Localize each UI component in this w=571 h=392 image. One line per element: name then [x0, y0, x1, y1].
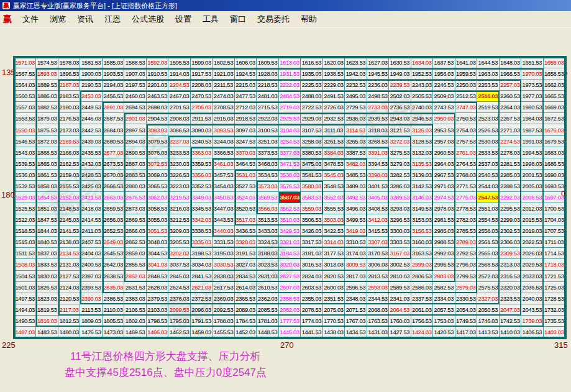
grid-cell-4-14: 2726.03 [323, 102, 345, 113]
grid-cell-7-8: 3240.53 [191, 136, 212, 147]
menu-item-browse[interactable]: 浏览 [44, 12, 71, 26]
grid-cell-20-0: 1501.03 [14, 282, 36, 293]
grid-cell-23-5: 1802.03 [124, 316, 146, 327]
grid-cell-13-17: 3293.03 [389, 203, 411, 214]
grid-cell-12-7: 3219.53 [168, 192, 190, 203]
menu-item-formula-stock-pick[interactable]: 公式选股 [126, 12, 170, 26]
grid-cell-7-12: 3254.53 [279, 136, 301, 147]
grid-cell-1-18: 1952.53 [411, 68, 433, 80]
grid-cell-3-23: 1977.03 [521, 91, 543, 102]
grid-cell-2-8: 2208.03 [191, 80, 212, 91]
grid-cell-6-20: 2754.03 [455, 124, 477, 135]
grid-cell-21-3: 2390.03 [80, 293, 102, 304]
grid-cell-7-13: 3258.03 [301, 136, 322, 147]
grid-cell-9-8: 3359.53 [191, 158, 212, 170]
grid-cell-19-8: 2841.53 [191, 271, 212, 282]
grid-cell-3-18: 2505.53 [411, 91, 433, 102]
grid-cell-5-24: 1672.53 [544, 113, 565, 124]
grid-cell-12-4: 2663.03 [103, 192, 124, 203]
menu-item-tools[interactable]: 工具 [197, 12, 224, 26]
grid-cell-17-20: 2792.53 [455, 248, 477, 259]
grid-cell-2-15: 2232.53 [345, 80, 367, 91]
grid-cell-6-19: 2953.53 [433, 124, 455, 135]
grid-cell-23-18: 1756.53 [411, 316, 433, 327]
menu-item-window[interactable]: 窗口 [224, 12, 252, 26]
grid-cell-3-24: 1665.53 [544, 91, 565, 102]
grid-cell-3-13: 2488.03 [301, 91, 322, 102]
grid-cell-16-20: 2789.03 [455, 237, 477, 248]
grid-cell-13-14: 3555.53 [323, 203, 345, 214]
grid-cell-14-3: 2414.53 [80, 214, 102, 226]
grid-cell-16-3: 2407.53 [80, 237, 102, 248]
grid-cell-20-6: 2628.03 [147, 282, 168, 293]
grid-cell-22-5: 2106.53 [124, 304, 146, 316]
grid-cell-20-21: 2575.53 [477, 282, 499, 293]
grid-cell-5-8: 2911.53 [191, 113, 212, 124]
grid-cell-20-2: 2124.03 [58, 282, 80, 293]
grid-cell-10-24: 1690.03 [544, 170, 565, 181]
grid-cell-2-19: 2246.53 [433, 80, 455, 91]
grid-cell-3-19: 2509.03 [433, 91, 455, 102]
grid-cell-0-13: 1616.53 [301, 57, 322, 68]
grid-cell-8-0: 1543.03 [14, 147, 36, 158]
grid-cell-2-3: 2190.53 [80, 80, 102, 91]
grid-cell-18-20: 2796.03 [455, 259, 477, 270]
grid-cell-16-1: 1840.53 [36, 237, 58, 248]
grid-cell-3-7: 2467.03 [168, 91, 190, 102]
menu-item-gann[interactable]: 江恩 [99, 12, 126, 26]
grid-cell-1-4: 1903.53 [103, 68, 124, 80]
grid-cell-14-12: 3510.03 [279, 214, 301, 226]
grid-cell-21-7: 2376.03 [168, 293, 190, 304]
grid-cell-2-24: 1662.03 [544, 80, 565, 91]
grid-cell-19-2: 2127.53 [58, 271, 80, 282]
grid-cell-15-13: 3426.03 [301, 226, 322, 237]
grid-cell-14-21: 2554.53 [477, 214, 499, 226]
menu-item-news[interactable]: 资讯 [71, 12, 99, 26]
grid-cell-0-3: 1581.53 [80, 57, 102, 68]
grid-cell-24-18: 1424.03 [411, 327, 433, 338]
grid-cell-22-16: 2068.03 [367, 304, 389, 316]
grid-cell-6-10: 3097.03 [235, 124, 257, 135]
grid-cell-16-0: 1515.03 [14, 237, 36, 248]
menu-item-file[interactable]: 文件 [17, 12, 44, 26]
grid-cell-3-20: 2512.53 [455, 91, 477, 102]
grid-cell-14-20: 2782.03 [455, 214, 477, 226]
grid-cell-17-23: 2026.03 [521, 248, 543, 259]
grid-cell-23-8: 1791.53 [191, 316, 212, 327]
menu-item-help[interactable]: 帮助 [295, 12, 322, 26]
grid-cell-17-7: 3202.03 [168, 248, 190, 259]
grid-cell-6-1: 1875.53 [36, 124, 58, 135]
grid-cell-3-5: 2460.03 [124, 91, 146, 102]
grid-cell-13-23: 2012.03 [521, 203, 543, 214]
grid-cell-19-19: 2803.03 [433, 271, 455, 282]
grid-cell-14-7: 3212.53 [168, 214, 190, 226]
grid-cell-6-18: 3125.03 [411, 124, 433, 135]
grid-cell-9-11: 3468.03 [257, 158, 278, 170]
menu-item-settings[interactable]: 设置 [170, 12, 197, 26]
grid-cell-15-22: 2302.53 [500, 226, 521, 237]
grid-cell-1-0: 1567.53 [14, 68, 36, 80]
grid-cell-22-9: 2092.53 [212, 304, 234, 316]
grid-cell-20-11: 2610.53 [257, 282, 278, 293]
grid-cell-10-7: 3226.53 [168, 170, 190, 181]
grid-cell-23-2: 1812.53 [58, 316, 80, 327]
grid-cell-14-10: 3517.03 [235, 214, 257, 226]
grid-cell-14-2: 2145.03 [58, 214, 80, 226]
grid-cell-11-22: 2288.53 [500, 181, 521, 192]
menu-item-trade-entrust[interactable]: 交易委托 [252, 12, 295, 26]
grid-cell-14-24: 1704.03 [544, 214, 565, 226]
grid-cell-22-10: 2089.03 [235, 304, 257, 316]
grid-cell-19-4: 2638.53 [103, 271, 124, 282]
grid-cell-7-22: 2274.53 [500, 136, 521, 147]
grid-cell-12-9: 3450.53 [212, 192, 234, 203]
grid-cell-15-6: 3051.53 [147, 226, 168, 237]
grid-cell-11-17: 3286.03 [389, 181, 411, 192]
grid-cell-16-21: 2561.53 [477, 237, 499, 248]
grid-cell-19-14: 2820.53 [323, 271, 345, 282]
grid-cell-7-7: 3237.03 [168, 136, 190, 147]
grid-cell-8-15: 3387.53 [345, 147, 367, 158]
grid-cell-20-5: 2631.53 [124, 282, 146, 293]
grid-cell-12-17: 3289.53 [389, 192, 411, 203]
grid-cell-21-5: 2383.03 [124, 293, 146, 304]
grid-cell-4-21: 2519.53 [477, 102, 499, 113]
